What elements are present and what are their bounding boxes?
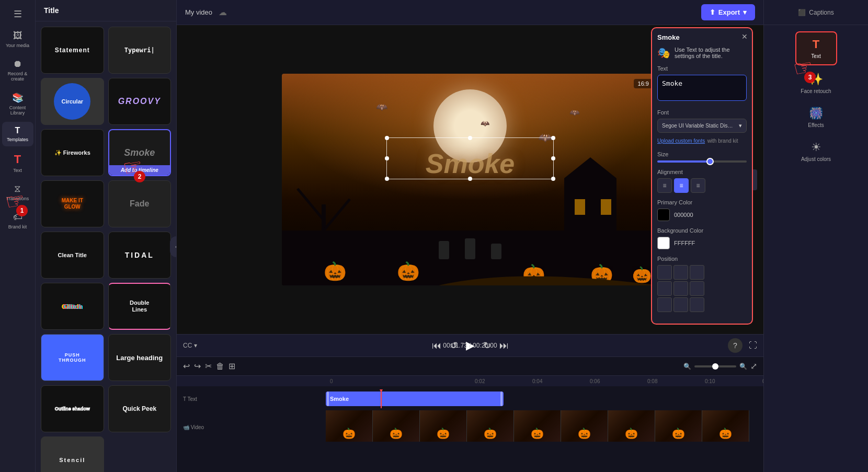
- skip-forward-btn[interactable]: ⏭: [499, 340, 509, 351]
- title-card-stencil[interactable]: Stencil: [41, 436, 104, 472]
- title-card-makeitglow[interactable]: MAKE ITGLOW: [41, 180, 104, 227]
- sidebar-item-your-media[interactable]: 🖼 Your media: [2, 26, 33, 52]
- title-card-pushthrough[interactable]: PUSHTHROUGH: [41, 334, 104, 381]
- size-label: Size: [657, 151, 747, 157]
- svg-rect-19: [491, 244, 501, 259]
- svg-line-10: [324, 199, 350, 231]
- sidebar-item-templates[interactable]: T Templates: [2, 122, 33, 146]
- pos-br[interactable]: [690, 297, 704, 312]
- pos-bl[interactable]: [657, 297, 672, 312]
- timeline-expand-btn[interactable]: ⤢: [750, 361, 757, 371]
- align-right-btn[interactable]: ≡: [691, 178, 705, 193]
- clip-handle-right[interactable]: [500, 392, 502, 406]
- smoke-clip[interactable]: Smoke: [326, 392, 504, 406]
- video-track: 📹 Video: [177, 410, 763, 444]
- sidebar-label-record: Record & create: [4, 71, 31, 82]
- sidebar-item-transitions[interactable]: ⧖ Transitions: [2, 179, 33, 205]
- svg-text:🦇: 🦇: [481, 119, 490, 128]
- record-icon: ⏺: [13, 59, 22, 70]
- cc-button[interactable]: CC ▾: [183, 342, 197, 349]
- bg-color-swatch[interactable]: [657, 237, 670, 249]
- size-slider[interactable]: [657, 160, 747, 163]
- font-selector[interactable]: Segoe UI Variable Static Display Semibol…: [657, 119, 747, 133]
- pos-mr[interactable]: [690, 281, 704, 296]
- pos-tr[interactable]: [690, 265, 704, 280]
- panel-close-btn[interactable]: ✕: [741, 32, 748, 41]
- split-btn[interactable]: ⊞: [229, 361, 235, 371]
- title-card-typewriter[interactable]: Typewri|: [108, 27, 172, 74]
- title-card-smoke[interactable]: Smoke Add to timeline: [108, 129, 172, 176]
- title-card-fireworks[interactable]: ✨ Fireworks: [41, 129, 104, 176]
- primary-color-section: Primary Color 000000: [657, 199, 747, 221]
- title-card-largeheading[interactable]: Large heading: [108, 334, 172, 381]
- rs-item-face-retouch[interactable]: ✨ Face retouch: [795, 67, 837, 99]
- svg-text:🎃: 🎃: [397, 260, 420, 282]
- handle-mr[interactable]: [551, 156, 555, 160]
- pos-tl[interactable]: [657, 265, 672, 280]
- clip-handle-left[interactable]: [327, 392, 329, 406]
- zoom-out-icon[interactable]: 🔍: [683, 363, 691, 370]
- sidebar-item-hamburger[interactable]: ☰: [2, 4, 33, 24]
- handle-br[interactable]: [551, 177, 555, 181]
- rs-item-adjust-colors[interactable]: ☀ Adjust colors: [795, 135, 837, 167]
- upload-custom-fonts-link[interactable]: Upload custom fonts: [657, 138, 705, 144]
- svg-text:🎃: 🎃: [324, 260, 347, 282]
- cut-btn[interactable]: ✂: [205, 361, 212, 371]
- sidebar-item-record[interactable]: ⏺ Record & create: [2, 54, 33, 86]
- sidebar-item-brand-kit[interactable]: 🏷 Brand kit: [2, 208, 33, 234]
- svg-text:🦇: 🦇: [569, 108, 580, 118]
- alignment-section: Alignment ≡ ≡ ≡: [657, 169, 747, 193]
- title-card-circular[interactable]: Circular: [41, 78, 104, 125]
- export-button[interactable]: ⬆ Export ▾: [701, 4, 755, 20]
- pos-tc[interactable]: [673, 265, 688, 280]
- collapse-panel-btn[interactable]: ‹: [170, 236, 176, 257]
- handle-bl[interactable]: [385, 177, 389, 181]
- rs-label-text: Text: [811, 53, 820, 59]
- title-card-outlineshadow[interactable]: Outline shadow: [41, 385, 104, 432]
- redo-btn[interactable]: ↪: [194, 361, 201, 371]
- title-selection-box[interactable]: [386, 137, 554, 179]
- title-card-glitch[interactable]: Glitch: [41, 283, 104, 330]
- fullscreen-button[interactable]: ⛶: [749, 341, 757, 350]
- title-card-cleantitle[interactable]: Clean Title: [41, 232, 104, 279]
- zoom-in-icon[interactable]: 🔍: [739, 363, 747, 370]
- title-card-groovy[interactable]: GROOVY: [108, 78, 172, 125]
- handle-bm[interactable]: [468, 177, 472, 181]
- handle-tm[interactable]: [468, 136, 472, 140]
- text-input[interactable]: Smoke: [657, 75, 747, 101]
- pos-ml[interactable]: [657, 281, 672, 296]
- panel-header: Smoke ✕: [657, 33, 747, 41]
- add-to-timeline-overlay[interactable]: Add to timeline: [109, 165, 170, 175]
- bg-color-hex: FFFFFF: [674, 240, 695, 246]
- align-center-btn[interactable]: ≡: [674, 178, 689, 193]
- sidebar-item-text[interactable]: T Text: [2, 148, 33, 177]
- sidebar-label-templates: Templates: [7, 137, 28, 142]
- rs-label-effects: Effects: [808, 122, 824, 128]
- captions-tab[interactable]: ⬛ Captions: [764, 0, 868, 25]
- pos-mc[interactable]: [673, 281, 688, 296]
- primary-color-swatch[interactable]: [657, 209, 670, 221]
- handle-tr[interactable]: [551, 136, 555, 140]
- captions-icon: ⬛: [798, 9, 806, 16]
- sidebar-item-content-library[interactable]: 📚 Content Library: [2, 88, 33, 120]
- delete-btn[interactable]: 🗑: [216, 362, 224, 371]
- position-grid: [657, 265, 704, 312]
- panel-hint: 🎭 Use Text to adjust the settings of the…: [657, 47, 747, 59]
- rs-item-text[interactable]: T Text: [795, 31, 837, 65]
- undo-btn[interactable]: ↩: [183, 361, 190, 371]
- pos-bc[interactable]: [673, 297, 688, 312]
- handle-tl[interactable]: [385, 136, 389, 140]
- title-card-statement[interactable]: Statement: [41, 27, 104, 74]
- handle-ml[interactable]: [385, 156, 389, 160]
- help-button[interactable]: ?: [728, 338, 743, 353]
- title-card-quickpeek[interactable]: Quick Peek: [108, 385, 172, 432]
- skip-back-btn[interactable]: ⏮: [432, 340, 441, 351]
- title-card-doublelines[interactable]: DoubleLines: [108, 283, 172, 330]
- zoom-slider[interactable]: [694, 365, 736, 367]
- timeline-area: ↩ ↪ ✂ 🗑 ⊞ 🔍 🔍 ⤢ 0 0:02 0:04 0:06 0:: [177, 357, 763, 472]
- rs-item-effects[interactable]: 🎆 Effects: [795, 101, 837, 133]
- title-card-fade[interactable]: Fade: [108, 180, 172, 227]
- export-icon: ⬆: [710, 8, 715, 16]
- align-left-btn[interactable]: ≡: [657, 178, 672, 193]
- title-card-tidal[interactable]: TIDAL: [108, 232, 172, 279]
